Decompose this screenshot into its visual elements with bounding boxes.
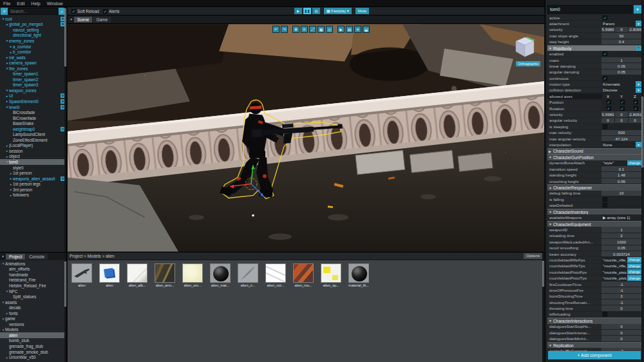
value-field[interactable]: 0 — [601, 305, 641, 310]
section-charactergunposition[interactable]: ▼CharacterGunPosition — [547, 154, 641, 160]
dropdown-value[interactable]: Discrete — [601, 88, 635, 93]
vec-field-z[interactable]: -2.8091 — [629, 111, 641, 117]
redo-icon[interactable]: ↷ — [281, 26, 288, 33]
options-button[interactable]: Options — [524, 253, 542, 259]
screenshot-icon[interactable]: ⬓ — [363, 26, 370, 33]
tree-item-bomb-stub[interactable]: bomb_stub — [0, 338, 66, 344]
asset-item-alien-alb[interactable]: alien_alb... — [126, 263, 149, 287]
value-field[interactable]: 0.4 — [601, 39, 641, 44]
value-field[interactable]: 0.95 — [601, 178, 641, 184]
asset-item-alien-arm[interactable]: alien_arm... — [153, 263, 176, 287]
tree-item-navcol-setting[interactable]: navcol_setting — [0, 27, 66, 33]
section-characterequipment[interactable]: ▼CharacterEquipment — [547, 221, 641, 227]
value-field[interactable]: 0 — [601, 330, 641, 335]
tree-item-weightmap0[interactable]: weightmap0≣ — [0, 126, 66, 132]
section-characterinteractions[interactable]: ▼CharacterInteractions — [547, 318, 641, 324]
tree-item-bicrownfade[interactable]: BiCrownfade — [0, 115, 66, 121]
menu-file[interactable]: File — [3, 1, 10, 6]
vec-field-z[interactable]: 0 — [629, 118, 641, 123]
tree-item-bicrossfade[interactable]: BiCrossfade — [0, 110, 66, 115]
tree-item-spawnelement0[interactable]: ▸SpawnElement0≣ — [0, 99, 66, 104]
menu-window[interactable]: Window — [47, 1, 63, 6]
checkbox-icon[interactable]: ✓ — [603, 76, 607, 81]
scale-tool-icon[interactable]: ⤢ — [309, 26, 316, 33]
section-characterinventory[interactable]: ▼CharacterInventory — [547, 209, 641, 215]
entity-name-field[interactable]: tom0 — [547, 5, 632, 14]
tree-item-timer-spawn3[interactable]: timer_spawn3 — [0, 82, 66, 88]
checkbox-icon[interactable]: ✓ — [634, 106, 638, 111]
tree-item-helstrand-fire[interactable]: Helstrand_Fire — [0, 278, 66, 283]
grid-toggle-icon[interactable]: ▤ — [346, 26, 353, 33]
tree-item-a-corridor[interactable]: ▸a_corridor — [0, 44, 66, 50]
tree-item-global-po-merged[interactable]: ▾global_po_merged≣ — [0, 22, 66, 28]
value-field[interactable]: 0 — [601, 336, 641, 341]
tree-item-unionwar-v50[interactable]: ▸UnionWar_v50 — [0, 354, 66, 360]
chevron-down-icon[interactable]: ▼ — [636, 21, 641, 26]
tab-console[interactable]: Console — [26, 254, 48, 260]
snap-toggle-icon[interactable]: ▦ — [317, 26, 325, 33]
filter-dropdown-icon[interactable]: ▼ — [1, 254, 5, 258]
search-input[interactable] — [8, 8, 58, 15]
tree-item-aim-offsets[interactable]: aim_offsets — [0, 267, 66, 272]
value-field[interactable]: 0.05 — [601, 63, 641, 68]
value-field[interactable]: 1 — [601, 227, 641, 232]
content-scrollbar[interactable] — [542, 252, 544, 362]
tree-item-object[interactable]: ▸object — [0, 154, 66, 160]
tree-item-npc[interactable]: ▾NPC — [0, 289, 66, 294]
tree-item-models[interactable]: ▾Models — [0, 327, 66, 333]
tree-item-game[interactable]: ▾game — [0, 316, 66, 321]
value-field[interactable]: 10 — [601, 191, 641, 196]
play-button[interactable]: ▶ — [294, 8, 302, 14]
checkbox-icon[interactable]: ✓ — [634, 100, 638, 104]
tree-item-zoneeffectelement[interactable]: ZoneEffectElement — [0, 137, 66, 143]
tree-item-helstm-reload-fire[interactable]: Helstm_Reload_Fire — [0, 283, 66, 289]
chevron-down-icon[interactable]: ▼ — [636, 81, 641, 86]
vec-field-x[interactable]: 0 — [601, 118, 614, 123]
chevron-down-icon[interactable]: ▼ — [636, 88, 641, 93]
checkbox-icon[interactable]: ✓ — [607, 106, 611, 111]
value-field[interactable]: 50 — [601, 33, 641, 38]
fastplay-button[interactable]: ▦ Fastplay ▾ — [324, 8, 352, 14]
inspector-scrollbar[interactable] — [641, 0, 643, 362]
value-field[interactable]: 0 — [601, 324, 641, 329]
tree-item-animations[interactable]: ▾Animations — [0, 261, 66, 267]
tree-item-3rd-person[interactable]: ▸3rd person — [0, 187, 66, 193]
tree-item-camera-spawn[interactable]: ▾camera_spawn — [0, 60, 66, 66]
save-button[interactable]: ▤ — [312, 8, 320, 14]
rotate-tool-icon[interactable]: ⟳ — [301, 26, 308, 33]
value-field[interactable]: 1.48 — [601, 172, 641, 177]
asset-item-alien-em[interactable]: alien_em... — [181, 263, 204, 287]
alerts-checkbox[interactable]: ✓ Alerts — [103, 9, 120, 14]
project-scrollbar[interactable] — [64, 252, 66, 362]
menu-edit[interactable]: Edit — [17, 1, 24, 6]
value-field[interactable]: 1 — [601, 57, 641, 62]
value-field[interactable]: 3 — [601, 294, 641, 299]
value-field[interactable]: 0.1 — [601, 166, 641, 171]
value-field[interactable]: 500 — [601, 130, 641, 135]
move-tool-icon[interactable]: ✥ — [292, 26, 299, 33]
checkbox-icon[interactable] — [603, 197, 607, 202]
value-field[interactable]: 47.124 — [601, 136, 641, 141]
vec-field-y[interactable]: 0 — [615, 27, 628, 32]
tree-item-weapons-alien-assault[interactable]: ▸weapons_alien_assault≣ — [0, 176, 66, 182]
tree-item-timer-spawn1[interactable]: timer_spawn1 — [0, 71, 66, 77]
value-field[interactable]: -1 — [601, 281, 641, 287]
tree-item-pistol[interactable]: ▾Pistol — [0, 360, 66, 361]
pivot-toggle-icon[interactable]: ◎ — [326, 26, 333, 33]
tree-item-localplayer[interactable]: ▸(LocalPlayer) — [0, 143, 66, 149]
checkbox-icon[interactable]: ✓ — [607, 100, 611, 104]
value-field[interactable]: -1 — [601, 300, 641, 305]
orientation-cube[interactable] — [512, 34, 538, 60]
dropdown-value[interactable]: Kinematic — [601, 81, 635, 86]
filter-dropdown-icon[interactable]: ▼ — [69, 17, 73, 21]
checkbox-icon[interactable] — [603, 312, 607, 316]
tree-item-assets[interactable]: ▾assets — [0, 300, 66, 305]
change-button[interactable]: change — [627, 160, 641, 166]
vec-field-x[interactable]: 5.9980 — [601, 27, 614, 32]
breadcrumb[interactable]: Project > Models > alien — [70, 254, 115, 258]
mute-button[interactable]: Mute — [355, 8, 369, 14]
soft-reload-checkbox[interactable]: ✓ Soft Reload — [71, 9, 99, 14]
tab-project[interactable]: Project — [6, 254, 25, 260]
dropdown-value[interactable]: None — [601, 142, 635, 147]
change-button[interactable]: change — [627, 269, 641, 274]
